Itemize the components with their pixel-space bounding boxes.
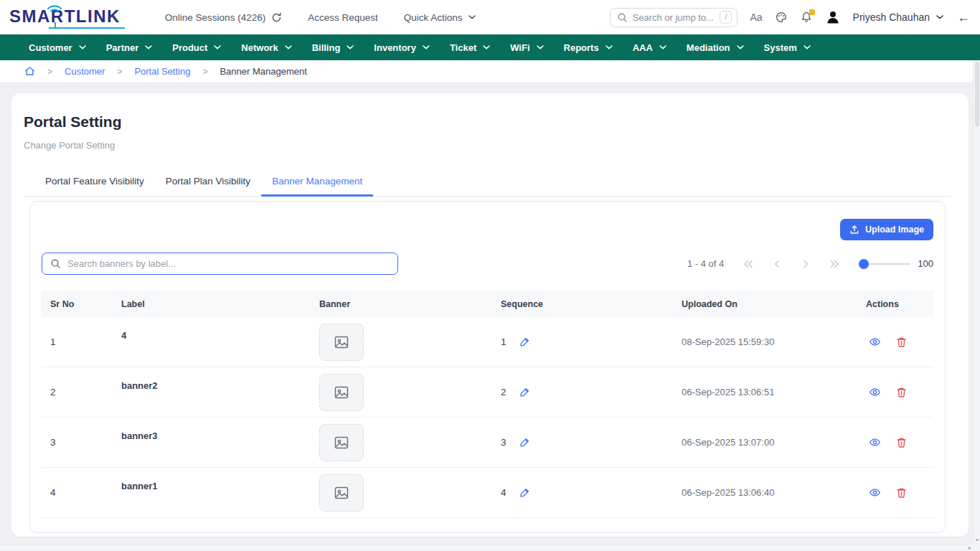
view-banner-icon[interactable] (869, 436, 881, 448)
tab[interactable]: Portal Feature Visibility (34, 169, 155, 197)
delete-banner-icon[interactable] (896, 487, 907, 499)
user-menu[interactable]: Priyesh Chauhan (853, 11, 943, 23)
scroll-right-arrow-icon[interactable]: ▸ (969, 545, 971, 551)
column-sr-no: Sr No (50, 299, 121, 309)
delete-banner-icon[interactable] (896, 387, 907, 398)
notification-badge (809, 9, 815, 15)
nav-item[interactable]: Ticket (440, 34, 500, 60)
prev-page-button[interactable] (763, 260, 791, 268)
tab[interactable]: Portal Plan Visibility (155, 169, 261, 197)
breadcrumb-link[interactable]: Portal Setting (134, 66, 190, 77)
banner-thumbnail[interactable] (319, 374, 364, 411)
upload-image-button[interactable]: Upload Image (840, 219, 933, 240)
vertical-scrollbar[interactable]: ▾ (973, 60, 980, 544)
access-request-link[interactable]: Access Request (308, 12, 378, 23)
chevron-down-icon (804, 45, 811, 50)
theme-palette-icon[interactable] (775, 11, 788, 24)
nav-item[interactable]: Billing (302, 34, 364, 60)
table-row: 2 banner2 2 (42, 367, 933, 418)
horizontal-scrollbar[interactable]: ▸ (0, 544, 973, 551)
double-chevron-right-icon (829, 260, 839, 268)
table-row: 4 banner1 4 (42, 468, 933, 518)
image-icon (333, 484, 350, 501)
label-cell: 4 (121, 330, 319, 341)
nav-item[interactable]: Reports (554, 34, 623, 60)
image-icon (333, 334, 350, 351)
delete-banner-icon[interactable] (896, 437, 907, 448)
banner-thumbnail[interactable] (319, 474, 364, 512)
nav-item-label: Partner (106, 42, 139, 53)
breadcrumb-separator: > (117, 67, 122, 77)
next-page-button[interactable] (791, 260, 820, 268)
banner-thumbnail[interactable] (319, 324, 364, 361)
view-banner-icon[interactable] (869, 336, 881, 348)
nav-item[interactable]: WiFi (500, 34, 553, 60)
banner-thumbnail[interactable] (319, 424, 364, 461)
first-page-button[interactable] (734, 260, 763, 268)
uploaded-on-cell: 06-Sep-2025 13:06:51 (682, 387, 866, 397)
nav-item-label: Ticket (450, 42, 476, 53)
edit-sequence-icon[interactable] (519, 487, 530, 498)
quick-actions-menu[interactable]: Quick Actions (404, 12, 476, 23)
nav-item-label: WiFi (510, 42, 529, 53)
table-header: Sr No Label Banner Sequence Uploaded On … (42, 291, 933, 317)
sr-no-cell: 3 (50, 437, 121, 448)
sr-no-cell: 2 (50, 387, 121, 397)
edit-sequence-icon[interactable] (519, 387, 530, 397)
nav-item[interactable]: Mediation (677, 34, 754, 60)
tabs: Portal Feature Visibility Portal Plan Vi… (24, 169, 951, 197)
label-cell: banner1 (121, 481, 319, 491)
breadcrumb: > Customer > Portal Setting > Banner Man… (0, 60, 980, 83)
smartlink-logo[interactable]: SMARTLINK (9, 8, 121, 27)
nav-item[interactable]: Network (231, 34, 301, 60)
scroll-down-arrow-icon[interactable]: ▾ (974, 537, 980, 543)
search-icon (50, 258, 61, 269)
nav-item[interactable]: Product (162, 34, 231, 60)
collapse-arrow-button[interactable]: ← (957, 10, 970, 25)
edit-sequence-icon[interactable] (519, 336, 530, 347)
home-icon[interactable] (24, 66, 35, 77)
last-page-button[interactable] (820, 260, 849, 268)
edit-sequence-icon[interactable] (519, 437, 530, 448)
nav-item[interactable]: AAA (623, 34, 677, 60)
nav-item[interactable]: Partner (96, 34, 163, 60)
text-size-button[interactable]: Aa (750, 11, 762, 23)
view-banner-icon[interactable] (869, 386, 881, 398)
banner-search-input[interactable] (67, 258, 390, 269)
nav-item[interactable]: Inventory (364, 34, 440, 60)
view-banner-icon[interactable] (869, 486, 881, 499)
chevron-down-icon (285, 45, 292, 50)
table-row: 1 4 1 (42, 317, 933, 367)
avatar[interactable] (825, 9, 841, 25)
chevron-right-icon (801, 260, 811, 268)
pagination: 1 - 4 of 4 (687, 258, 933, 269)
sr-no-cell: 4 (50, 487, 121, 498)
image-icon (333, 384, 350, 401)
nav-item-label: AAA (633, 42, 653, 53)
sequence-value: 2 (501, 387, 507, 397)
notifications-button[interactable] (800, 11, 813, 24)
delete-banner-icon[interactable] (896, 336, 907, 348)
chevron-left-icon (772, 260, 782, 268)
vertical-scrollbar-thumb[interactable] (975, 62, 979, 126)
slider-knob[interactable] (859, 259, 869, 269)
top-links: Online Sessions (4226) Access Request Qu… (165, 12, 476, 23)
nav-item[interactable]: System (754, 34, 821, 60)
refresh-icon[interactable] (271, 12, 282, 23)
nav-item-label: System (764, 42, 797, 53)
nav-item[interactable]: Customer (19, 34, 96, 60)
double-chevron-left-icon (743, 260, 753, 268)
chevron-down-icon (537, 45, 544, 50)
breadcrumb-link[interactable]: Customer (65, 66, 105, 77)
logo-underline (49, 27, 125, 29)
page-size-slider[interactable] (859, 259, 910, 269)
module-nav: Customer Partner Product Network Billing… (0, 34, 980, 60)
chevron-down-icon (606, 45, 613, 50)
chevron-down-icon (145, 45, 152, 50)
nav-item-label: Product (172, 42, 207, 53)
banner-search[interactable] (42, 253, 398, 275)
tab[interactable]: Banner Management (261, 169, 373, 197)
online-sessions-link[interactable]: Online Sessions (4226) (165, 12, 282, 23)
global-search[interactable]: / (610, 8, 738, 27)
global-search-input[interactable] (632, 12, 715, 23)
